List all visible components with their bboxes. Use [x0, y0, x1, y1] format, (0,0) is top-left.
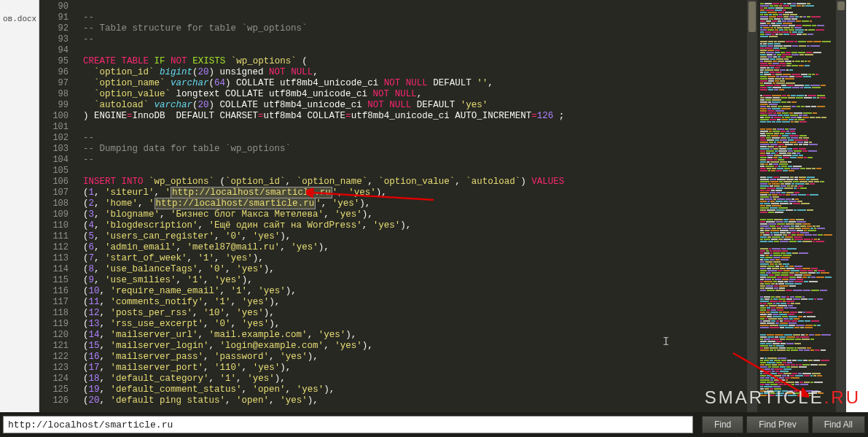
- line-gutter: 9091929394959697989910010110210310410510…: [39, 0, 76, 412]
- code-content[interactable]: -- -- Table structure for table `wp_opti…: [83, 0, 747, 412]
- find-bar: Find Find Prev Find All: [0, 412, 868, 437]
- minimap-scrollbar[interactable]: [836, 0, 846, 412]
- minimap[interactable]: [757, 0, 846, 412]
- watermark-logo: SMARTICLE.RU: [705, 387, 861, 408]
- file-tab[interactable]: ов.docx: [0, 13, 39, 25]
- code-editor[interactable]: 9091929394959697989910010110210310410510…: [39, 0, 757, 412]
- find-prev-button[interactable]: Find Prev: [746, 416, 808, 433]
- find-all-button[interactable]: Find All: [812, 416, 865, 433]
- find-button[interactable]: Find: [702, 416, 743, 433]
- vertical-scrollbar[interactable]: [747, 0, 757, 412]
- sidebar-left: ов.docx: [0, 0, 39, 412]
- text-cursor-icon: I: [662, 336, 670, 349]
- search-input[interactable]: [3, 416, 693, 433]
